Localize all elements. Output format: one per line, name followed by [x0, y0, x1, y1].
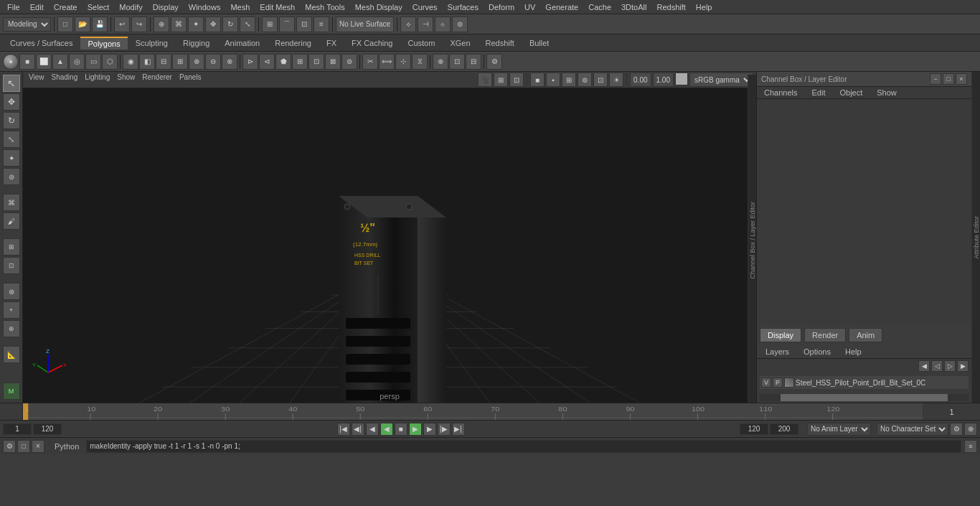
menu-create[interactable]: Create: [50, 2, 82, 12]
paint-btn[interactable]: ✦: [188, 17, 204, 32]
tab-rendering[interactable]: Rendering: [268, 37, 319, 49]
channel-box-strip[interactable]: Channel Box / Layer Editor: [748, 75, 756, 406]
menu-mesh-display[interactable]: Mesh Display: [351, 2, 407, 12]
select-tool-btn[interactable]: ↖: [3, 75, 20, 92]
win-settings-btn[interactable]: ⚙: [3, 440, 16, 453]
scale-btn[interactable]: ⤡: [240, 17, 255, 32]
menu-cache[interactable]: Cache: [584, 2, 616, 12]
snap-grid-btn[interactable]: ⊞: [262, 17, 278, 32]
vp-color-badge[interactable]: [675, 72, 688, 85]
shelf-wedge[interactable]: ⧖: [412, 54, 428, 70]
layer-scrollbar[interactable]: [760, 394, 969, 401]
menu-file[interactable]: File: [3, 2, 24, 12]
save-file-btn[interactable]: 💾: [92, 17, 108, 32]
shelf-disk[interactable]: ⬡: [102, 54, 118, 70]
shelf-more1[interactable]: ⊕: [433, 54, 448, 70]
layer-visibility-btn[interactable]: V: [761, 378, 771, 388]
xray-btn[interactable]: ⊚: [452, 17, 468, 32]
go-start-btn[interactable]: |◀: [337, 423, 350, 436]
step-fwd-btn[interactable]: ▶: [423, 423, 436, 436]
shelf-cylinder[interactable]: ⬜: [36, 54, 52, 70]
win-restore-btn[interactable]: □: [17, 440, 30, 453]
time-ruler[interactable]: 1 10 20 30 40 50 60 70 80 90 100 110 120: [23, 403, 923, 420]
snap-point-btn[interactable]: ⊡: [296, 17, 312, 32]
vp-menu-renderer[interactable]: Renderer: [139, 72, 175, 87]
disp-tab-anim[interactable]: Anim: [849, 328, 882, 342]
soft-select-btn[interactable]: ⟡: [400, 17, 416, 32]
shelf-extract[interactable]: ⊗: [222, 54, 237, 70]
script-editor-btn[interactable]: ≡: [964, 440, 977, 453]
viewport-3d[interactable]: ½" (12.7mm) HSS DRILL BIT SET X: [23, 88, 756, 403]
soft-mod-btn[interactable]: ⊚: [3, 168, 20, 185]
menu-display[interactable]: Display: [149, 2, 183, 12]
tab-sculpting[interactable]: Sculpting: [128, 37, 175, 49]
workspace-selector[interactable]: Modeling: [3, 17, 51, 32]
menu-generate[interactable]: Generate: [541, 2, 583, 12]
disp-tab-display[interactable]: Display: [760, 328, 801, 342]
shelf-cut[interactable]: ✂: [362, 54, 378, 70]
shelf-boolean[interactable]: ⊠: [325, 54, 341, 70]
new-scene-btn[interactable]: □: [57, 17, 73, 32]
menu-select[interactable]: Select: [83, 2, 114, 12]
vp-flat-shade-btn[interactable]: ▪: [546, 72, 560, 87]
show-hide-btn[interactable]: ⊞: [3, 238, 20, 256]
tab-fx[interactable]: FX: [319, 37, 344, 49]
go-end-btn[interactable]: ▶|: [452, 423, 465, 436]
layer-color-swatch[interactable]: [784, 378, 794, 388]
tab-bullet[interactable]: Bullet: [522, 37, 557, 49]
maya-logo-btn[interactable]: M: [3, 383, 20, 400]
char-set-settings-btn[interactable]: ⚙: [950, 423, 963, 436]
step-back-btn[interactable]: ◀: [366, 423, 379, 436]
tab-redshift[interactable]: Redshift: [479, 37, 522, 49]
cb-maximize-btn[interactable]: □: [943, 73, 954, 85]
shelf-cube[interactable]: ■: [19, 54, 35, 70]
redo-btn[interactable]: ↪: [131, 17, 147, 32]
vp-camera-btn[interactable]: 🎥: [478, 72, 492, 87]
shelf-cone[interactable]: ▲: [52, 54, 68, 70]
snap-curve-btn[interactable]: ⌒: [279, 17, 295, 32]
play-end-field[interactable]: 120: [33, 423, 62, 435]
vp-wire-on-shade-btn[interactable]: ⊞: [562, 72, 576, 87]
shelf-bevel[interactable]: ⬟: [275, 54, 291, 70]
disp-tab-render[interactable]: Render: [804, 328, 846, 342]
subtab-layers[interactable]: Layers: [760, 347, 795, 357]
menu-help[interactable]: Help: [692, 2, 717, 12]
layer-scroll-thumb[interactable]: [781, 394, 948, 401]
tab-curves-surfaces[interactable]: Curves / Surfaces: [3, 37, 80, 49]
rotate-tool-btn[interactable]: ↻: [3, 112, 20, 129]
vp-texture-btn[interactable]: ⊡: [593, 72, 608, 87]
undo-btn[interactable]: ↩: [114, 17, 130, 32]
cb-tab-channels[interactable]: Channels: [757, 87, 804, 98]
layer-nav-right2[interactable]: ▷: [944, 360, 956, 372]
layer-nav-right[interactable]: ▶: [957, 360, 969, 372]
play-fwd-btn[interactable]: ▶: [409, 423, 422, 436]
char-set-select[interactable]: No Character Set: [877, 423, 948, 436]
shelf-nurbs-cube[interactable]: ◧: [139, 54, 155, 70]
command-line[interactable]: makeIdentity -apply true -t 1 -r 1 -s 1 …: [86, 440, 961, 453]
menu-modify[interactable]: Modify: [115, 2, 146, 12]
vp-smooth-shade-btn[interactable]: ■: [530, 72, 545, 87]
shelf-mesh-separate[interactable]: ⊖: [205, 54, 221, 70]
play-back-btn[interactable]: ◀: [380, 423, 393, 436]
vp-color-profile-select[interactable]: sRGB gamma: [689, 72, 753, 87]
win-close-btn[interactable]: ×: [32, 440, 44, 453]
play-range-end[interactable]: 200: [770, 423, 798, 435]
vp-menu-panels[interactable]: Panels: [176, 72, 204, 87]
shelf-poke[interactable]: ⊹: [395, 54, 411, 70]
shelf-more3[interactable]: ⊟: [466, 54, 481, 70]
tab-custom[interactable]: Custom: [401, 37, 443, 49]
vp-menu-shading[interactable]: Shading: [49, 72, 81, 87]
vp-menu-show[interactable]: Show: [114, 72, 138, 87]
menu-edit[interactable]: Edit: [26, 2, 48, 12]
vp-xray-btn[interactable]: ⊚: [578, 72, 592, 87]
live-surface-btn[interactable]: No Live Surface: [336, 17, 394, 32]
play-range-start[interactable]: 120: [740, 423, 768, 435]
shelf-insert-loop[interactable]: ⟺: [379, 54, 395, 70]
char-set-extra-btn[interactable]: ⊕: [964, 423, 977, 436]
scale-tool-btn[interactable]: ⤡: [3, 131, 20, 148]
tab-xgen[interactable]: XGen: [443, 37, 477, 49]
lasso-btn[interactable]: ⌘: [171, 17, 187, 32]
cb-minimize-btn[interactable]: −: [930, 73, 941, 85]
play-start-field[interactable]: 1: [3, 423, 32, 435]
cb-tab-edit[interactable]: Edit: [804, 87, 832, 98]
